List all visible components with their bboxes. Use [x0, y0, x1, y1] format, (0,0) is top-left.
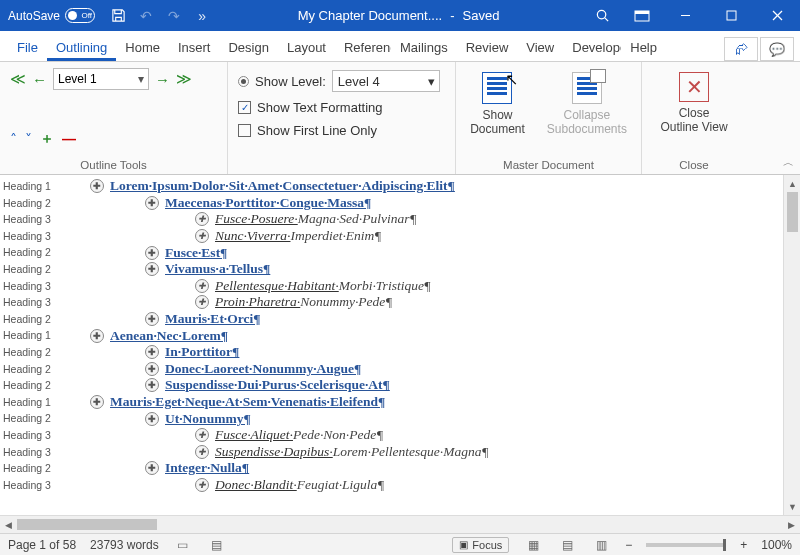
expand-bullet-icon[interactable]: ✚ [195, 279, 209, 293]
expand-bullet-icon[interactable]: ✚ [145, 461, 159, 475]
expand-bullet-icon[interactable]: ✚ [90, 329, 104, 343]
demote-to-body-icon[interactable]: ≫ [176, 70, 192, 88]
promote-to-heading1-icon[interactable]: ≪ [10, 70, 26, 88]
hscroll-thumb[interactable] [17, 519, 157, 530]
ribbon-mode-icon[interactable] [622, 0, 662, 31]
share-icon[interactable]: ⮳ [724, 37, 758, 61]
outline-row[interactable]: ✚Mauris·Et·Orci¶ [60, 311, 783, 328]
save-icon[interactable] [105, 3, 131, 29]
expand-bullet-icon[interactable]: ✚ [90, 395, 104, 409]
show-level-select[interactable]: Level 4▾ [332, 70, 440, 92]
undo-icon[interactable]: ↶ [133, 3, 159, 29]
close-button[interactable] [754, 0, 800, 31]
tab-layout[interactable]: Layout [278, 34, 335, 61]
show-document-button[interactable]: ↖ ShowDocument [462, 68, 533, 137]
print-layout-icon[interactable]: ▤ [557, 538, 577, 552]
expand-bullet-icon[interactable]: ✚ [145, 345, 159, 359]
read-mode-icon[interactable]: ▦ [523, 538, 543, 552]
move-down-icon[interactable]: ˅ [25, 131, 32, 147]
page-indicator[interactable]: Page 1 of 58 [8, 538, 76, 552]
focus-mode-button[interactable]: ▣Focus [452, 537, 509, 553]
tab-outlining[interactable]: Outlining [47, 34, 116, 61]
tab-references[interactable]: References [335, 34, 391, 61]
minimize-button[interactable] [662, 0, 708, 31]
outline-row[interactable]: ✚In·Porttitor¶ [60, 344, 783, 361]
collapse-icon[interactable]: — [62, 131, 76, 147]
expand-bullet-icon[interactable]: ✚ [195, 229, 209, 243]
outline-row[interactable]: ✚Fusce·Aliquet·Pede·Non·Pede¶ [60, 427, 783, 444]
autosave-toggle[interactable]: AutoSave Off [0, 8, 95, 23]
tab-mailings[interactable]: Mailings [391, 34, 457, 61]
outline-row[interactable]: ✚Pellentesque·Habitant·Morbi·Tristique¶ [60, 278, 783, 295]
outline-row[interactable]: ✚Proin·Pharetra·Nonummy·Pede¶ [60, 294, 783, 311]
outline-row[interactable]: ✚Donec·Blandit·Feugiat·Ligula¶ [60, 477, 783, 494]
expand-bullet-icon[interactable]: ✚ [145, 246, 159, 260]
expand-bullet-icon[interactable]: ✚ [195, 428, 209, 442]
expand-bullet-icon[interactable]: ✚ [195, 295, 209, 309]
outline-row[interactable]: ✚Ut·Nonummy¶ [60, 410, 783, 427]
outline-level-select[interactable]: Level 1▾ [53, 68, 149, 90]
scroll-thumb[interactable] [787, 192, 798, 232]
tab-design[interactable]: Design [219, 34, 277, 61]
scroll-right-icon[interactable]: ▶ [783, 520, 800, 530]
outline-row[interactable]: ✚Nunc·Viverra·Imperdiet·Enim¶ [60, 228, 783, 245]
outline-row[interactable]: ✚Suspendisse·Dui·Purus·Scelerisque·At¶ [60, 377, 783, 394]
outline-row[interactable]: ✚Lorem·Ipsum·Dolor·Sit·Amet·Consectetuer… [60, 178, 783, 195]
zoom-level[interactable]: 100% [761, 538, 792, 552]
outline-row[interactable]: ✚Fusce·Posuere·Magna·Sed·Pulvinar¶ [60, 211, 783, 228]
outline-row[interactable]: ✚Aenean·Nec·Lorem¶ [60, 327, 783, 344]
search-icon[interactable] [582, 0, 622, 31]
outline-row[interactable]: ✚Mauris·Eget·Neque·At·Sem·Venenatis·Elei… [60, 394, 783, 411]
show-first-line-checkbox[interactable] [238, 124, 251, 137]
demote-icon[interactable]: → [155, 71, 170, 88]
collapse-ribbon-icon[interactable]: ︿ [783, 155, 794, 170]
expand-bullet-icon[interactable]: ✚ [90, 179, 104, 193]
move-up-icon[interactable]: ˄ [10, 131, 17, 147]
expand-bullet-icon[interactable]: ✚ [145, 312, 159, 326]
outline-row[interactable]: ✚Fusce·Est¶ [60, 244, 783, 261]
maximize-button[interactable] [708, 0, 754, 31]
zoom-in-icon[interactable]: + [740, 538, 747, 552]
outline-row[interactable]: ✚Donec·Laoreet·Nonummy·Augue¶ [60, 361, 783, 378]
outline-text: Mauris·Eget·Neque·At·Sem·Venenatis·Eleif… [110, 394, 385, 410]
outline-row[interactable]: ✚Vivamus·a·Tellus¶ [60, 261, 783, 278]
tab-developer[interactable]: Developer [563, 34, 621, 61]
expand-icon[interactable]: ＋ [40, 130, 54, 148]
tab-insert[interactable]: Insert [169, 34, 220, 61]
spelling-icon[interactable]: ▭ [173, 538, 193, 552]
show-text-formatting-checkbox[interactable]: ✓ [238, 101, 251, 114]
web-layout-icon[interactable]: ▥ [591, 538, 611, 552]
redo-icon[interactable]: ↷ [161, 3, 187, 29]
expand-bullet-icon[interactable]: ✚ [195, 478, 209, 492]
outline-row[interactable]: ✚Integer·Nulla¶ [60, 460, 783, 477]
tab-help[interactable]: Help [621, 34, 666, 61]
outline-row[interactable]: ✚Suspendisse·Dapibus·Lorem·Pellentesque·… [60, 444, 783, 461]
word-count[interactable]: 23793 words [90, 538, 159, 552]
expand-bullet-icon[interactable]: ✚ [145, 196, 159, 210]
tab-review[interactable]: Review [457, 34, 518, 61]
expand-bullet-icon[interactable]: ✚ [145, 262, 159, 276]
scroll-down-icon[interactable]: ▼ [784, 498, 800, 515]
scroll-left-icon[interactable]: ◀ [0, 520, 17, 530]
close-outline-view-button[interactable]: ✕ CloseOutline View [652, 68, 735, 135]
zoom-out-icon[interactable]: − [625, 538, 632, 552]
tab-file[interactable]: File [8, 34, 47, 61]
accessibility-icon[interactable]: ▤ [207, 538, 227, 552]
expand-bullet-icon[interactable]: ✚ [195, 212, 209, 226]
tab-view[interactable]: View [517, 34, 563, 61]
comments-icon[interactable]: 💬 [760, 37, 794, 61]
outline-row[interactable]: ✚Maecenas·Porttitor·Congue·Massa¶ [60, 195, 783, 212]
expand-bullet-icon[interactable]: ✚ [145, 362, 159, 376]
promote-icon[interactable]: ← [32, 71, 47, 88]
outline-pane[interactable]: ✚Lorem·Ipsum·Dolor·Sit·Amet·Consectetuer… [60, 175, 783, 515]
vertical-scrollbar[interactable]: ▲ ▼ [783, 175, 800, 515]
expand-bullet-icon[interactable]: ✚ [145, 378, 159, 392]
zoom-slider[interactable] [646, 543, 726, 547]
qat-more-icon[interactable]: » [189, 3, 215, 29]
horizontal-scrollbar[interactable]: ◀ ▶ [0, 515, 800, 533]
expand-bullet-icon[interactable]: ✚ [145, 412, 159, 426]
expand-bullet-icon[interactable]: ✚ [195, 445, 209, 459]
outline-text: Morbi·Tristique¶ [339, 278, 431, 294]
scroll-up-icon[interactable]: ▲ [784, 175, 800, 192]
tab-home[interactable]: Home [116, 34, 169, 61]
